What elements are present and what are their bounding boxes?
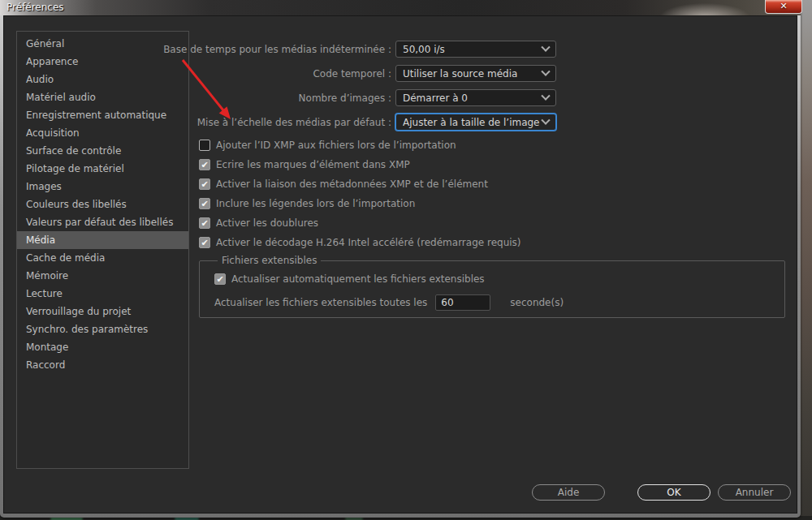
dropdown-value: 50,00 i/s xyxy=(403,44,445,55)
close-icon: ✕ xyxy=(780,1,787,11)
sidebar-item[interactable]: Verrouillage du projet xyxy=(17,303,188,320)
checkbox-label: Activer la liaison des métadonnées XMP e… xyxy=(216,178,488,190)
dropdown-value: Démarrer à 0 xyxy=(403,92,468,104)
fieldset-legend: Fichiers extensibles xyxy=(218,255,321,266)
chevron-down-icon xyxy=(541,42,550,51)
row-label: Code temporel : xyxy=(102,68,395,80)
preferences-window: Préférences ✕ GénéralApparenceAudioMatér… xyxy=(0,0,801,518)
sidebar-item[interactable]: Média xyxy=(17,231,188,249)
checkbox[interactable]: ✔ xyxy=(199,178,210,190)
checkbox-label: Activer les doublures xyxy=(216,217,318,229)
checkbox-label: Actualiser automatiquement les fichiers … xyxy=(231,273,485,285)
sidebar-item[interactable]: Mémoire xyxy=(17,267,188,285)
refresh-interval-row: Actualiser les fichiers extensibles tout… xyxy=(214,294,784,311)
chevron-down-icon xyxy=(541,67,550,75)
checkbox-label: Inclure les légendes lors de l’importati… xyxy=(216,198,415,209)
dropdown-select[interactable]: Démarrer à 0 xyxy=(395,89,556,106)
checkmark-icon: ✔ xyxy=(201,160,208,170)
sidebar-item[interactable]: Images xyxy=(17,178,188,196)
dropdown-value: Ajuster à la taille de l’image xyxy=(403,117,540,128)
title-bar: Préférences ✕ xyxy=(0,0,801,15)
checkbox[interactable]: ✔ xyxy=(199,159,210,170)
checkbox-row: ✔ Actualiser automatiquement les fichier… xyxy=(214,271,784,287)
dialog-button[interactable]: Annuler xyxy=(718,484,791,501)
checkbox-row: ✔ Activer la liaison des métadonnées XMP… xyxy=(199,176,521,192)
row-label: Mise à l’échelle des médias par défaut : xyxy=(102,117,395,128)
refresh-seconds-input[interactable] xyxy=(435,294,490,311)
checkbox-row: ✔ Activer le décodage H.264 Intel accélé… xyxy=(199,234,521,251)
checkbox[interactable]: ✔ xyxy=(214,273,226,285)
checkmark-icon: ✔ xyxy=(201,238,208,248)
checkbox-label: Ajouter l’ID XMP aux fichiers lors de l’… xyxy=(216,140,456,151)
preference-row: Mise à l’échelle des médias par défaut :… xyxy=(102,114,556,131)
checkbox-row: ✔ Inclure les légendes lors de l’importa… xyxy=(199,196,521,212)
sidebar-item[interactable]: Cache de média xyxy=(17,249,188,267)
checkbox-row: ✔ Ajouter l’ID XMP aux fichiers lors de … xyxy=(199,137,521,153)
row-label: Nombre d’images : xyxy=(102,92,395,104)
chevron-down-icon xyxy=(541,91,550,100)
sidebar-item[interactable]: Montage xyxy=(17,338,188,356)
desktop-background-right xyxy=(800,0,812,520)
checkbox-row: ✔ Activer les doublures xyxy=(199,215,521,231)
chevron-down-icon xyxy=(541,115,550,124)
dropdown-select[interactable]: 50,00 i/s xyxy=(395,41,556,58)
checkbox-group: ✔ Ajouter l’ID XMP aux fichiers lors de … xyxy=(199,137,521,254)
dropdown-select[interactable]: Utiliser la source média xyxy=(395,65,556,82)
checkbox[interactable]: ✔ xyxy=(199,217,210,229)
preference-row: Code temporel : Utiliser la source média xyxy=(102,65,556,82)
dialog-content: GénéralApparenceAudioMatériel audioEnreg… xyxy=(3,15,797,514)
sidebar-item[interactable]: Surface de contrôle xyxy=(17,142,188,160)
checkbox[interactable]: ✔ xyxy=(199,237,210,248)
row-label: Base de temps pour les médias indétermin… xyxy=(102,44,395,55)
refresh-interval-label: Actualiser les fichiers extensibles tout… xyxy=(214,297,427,308)
sidebar-item[interactable]: Pilotage de matériel xyxy=(17,160,188,178)
dropdown-value: Utiliser la source média xyxy=(403,68,517,80)
extensible-files-group: Fichiers extensibles ✔ Actualiser automa… xyxy=(199,255,785,318)
checkbox-label: Ecrire les marques d’élément dans XMP xyxy=(216,159,410,170)
checkbox-label: Activer le décodage H.264 Intel accéléré… xyxy=(216,237,521,248)
checkbox[interactable]: ✔ xyxy=(199,140,210,151)
dropdown-rows: Base de temps pour les médias indétermin… xyxy=(102,41,556,138)
checkbox[interactable]: ✔ xyxy=(199,198,210,209)
close-button[interactable]: ✕ xyxy=(765,0,802,14)
checkmark-icon: ✔ xyxy=(201,199,208,209)
dropdown-select[interactable]: Ajuster à la taille de l’image xyxy=(395,114,556,131)
dialog-button[interactable]: Aide xyxy=(532,484,605,501)
checkmark-icon: ✔ xyxy=(201,179,208,190)
checkbox-row: ✔ Ecrire les marques d’élément dans XMP xyxy=(199,157,521,173)
sidebar-item[interactable]: Raccord xyxy=(17,356,188,374)
sidebar-item[interactable]: Couleurs des libellés xyxy=(17,196,188,213)
checkmark-icon: ✔ xyxy=(201,140,208,151)
preference-row: Base de temps pour les médias indétermin… xyxy=(102,41,556,58)
preference-row: Nombre d’images : Démarrer à 0 xyxy=(102,89,556,106)
sidebar-item[interactable]: Valeurs par défaut des libellés xyxy=(17,213,188,231)
window-title: Préférences xyxy=(6,2,64,13)
checkmark-icon: ✔ xyxy=(216,274,223,285)
sidebar-item[interactable]: Synchro. des paramètres xyxy=(17,320,188,338)
checkmark-icon: ✔ xyxy=(201,218,208,229)
dialog-button[interactable]: OK xyxy=(637,484,710,501)
sidebar-item[interactable]: Lecture xyxy=(17,285,188,303)
refresh-interval-suffix: seconde(s) xyxy=(510,297,564,308)
dialog-buttons: AideOKAnnuler xyxy=(532,484,791,501)
